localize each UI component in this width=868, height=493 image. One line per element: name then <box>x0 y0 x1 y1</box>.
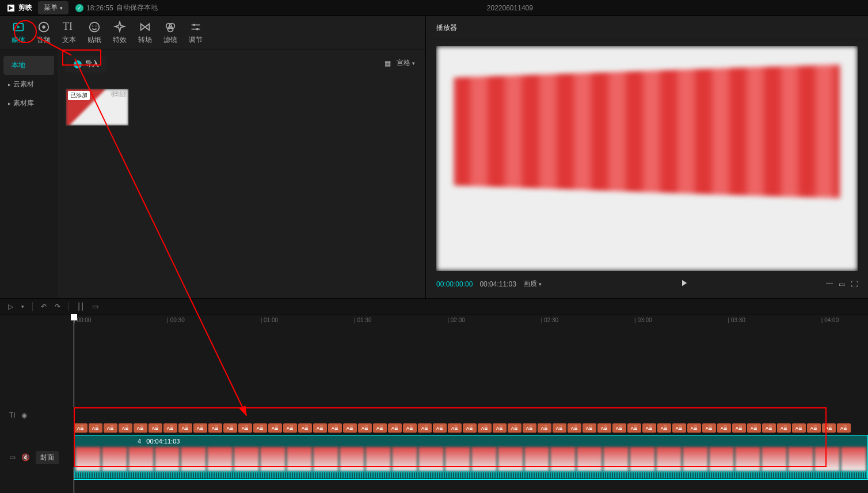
text-marker[interactable]: A≣ <box>433 423 447 433</box>
text-marker[interactable]: A≣ <box>104 423 117 433</box>
text-marker[interactable]: A≣ <box>687 423 701 433</box>
text-marker[interactable]: A≣ <box>837 423 851 433</box>
text-marker[interactable]: A≣ <box>583 423 596 433</box>
autosave-label: 自动保存本地 <box>116 3 158 13</box>
visibility-icon[interactable]: ◉ <box>21 411 27 419</box>
text-marker[interactable]: A≣ <box>762 423 776 433</box>
text-marker[interactable]: A≣ <box>702 423 716 433</box>
video-track-icon[interactable]: ▭ <box>9 453 16 461</box>
menu-button[interactable]: 菜单 ▾ <box>38 1 68 14</box>
text-marker[interactable]: A≣ <box>223 423 237 433</box>
tab-trans[interactable]: 转场 <box>138 21 152 49</box>
selection-tool-icon[interactable]: ▷ <box>8 303 13 311</box>
media-item[interactable]: 已添加04:12 <box>66 89 129 126</box>
sidebar-item[interactable]: 本地 <box>3 56 54 75</box>
clip-thumb <box>788 447 813 471</box>
text-marker[interactable]: A≣ <box>672 423 686 433</box>
sidebar-item[interactable]: ▸云素材 <box>0 75 58 94</box>
text-marker[interactable]: A≣ <box>74 423 87 433</box>
layout-switch[interactable]: 宫格 ▾ <box>397 58 415 68</box>
clip-thumb <box>207 447 233 471</box>
player-viewport[interactable] <box>436 46 858 271</box>
waveform-toggle-icon[interactable]: 〰 <box>826 280 833 288</box>
text-marker[interactable]: A≣ <box>717 423 731 433</box>
split-icon[interactable]: ⎮⎮ <box>77 303 84 311</box>
cover-button[interactable]: 封面 <box>36 451 59 464</box>
text-marker[interactable]: A≣ <box>403 423 417 433</box>
tab-filter[interactable]: 滤镜 <box>163 21 177 49</box>
text-marker[interactable]: A≣ <box>193 423 207 433</box>
text-marker[interactable]: A≣ <box>328 423 342 433</box>
text-marker[interactable]: A≣ <box>448 423 462 433</box>
tab-sticker[interactable]: 贴纸 <box>87 21 101 49</box>
text-marker[interactable]: A≣ <box>388 423 402 433</box>
text-marker[interactable]: A≣ <box>149 423 162 433</box>
text-marker[interactable]: A≣ <box>568 423 581 433</box>
text-marker[interactable]: A≣ <box>178 423 192 433</box>
text-marker[interactable]: A≣ <box>418 423 432 433</box>
tab-media[interactable]: 媒体 <box>12 21 25 49</box>
sidebar-item[interactable]: ▸素材库 <box>0 94 58 113</box>
redo-icon[interactable]: ↷ <box>55 303 60 311</box>
quality-selector[interactable]: 画质 ▾ <box>523 279 542 289</box>
text-marker[interactable]: A≣ <box>358 423 372 433</box>
text-marker[interactable]: A≣ <box>627 423 641 433</box>
play-button[interactable] <box>549 278 819 290</box>
tab-label: 文本 <box>62 35 76 45</box>
tab-adjust[interactable]: 调节 <box>189 21 203 49</box>
delete-icon[interactable]: ▭ <box>92 303 98 311</box>
undo-icon[interactable]: ↶ <box>41 303 47 311</box>
text-marker[interactable]: A≣ <box>163 423 177 433</box>
text-marker[interactable]: A≣ <box>268 423 282 433</box>
fullscreen-icon[interactable]: ⛶ <box>851 280 858 288</box>
tab-text[interactable]: TI文本 <box>62 21 76 49</box>
ruler-tick: | 01:30 <box>354 317 371 323</box>
text-marker[interactable]: A≣ <box>657 423 671 433</box>
marker-track[interactable]: A≣A≣A≣A≣A≣A≣A≣A≣A≣A≣A≣A≣A≣A≣A≣A≣A≣A≣A≣A≣… <box>74 423 868 435</box>
text-marker[interactable]: A≣ <box>208 423 222 433</box>
fit-screen-icon[interactable]: ▭ <box>839 280 845 288</box>
text-marker[interactable]: A≣ <box>822 423 836 433</box>
text-marker[interactable]: A≣ <box>493 423 507 433</box>
playhead[interactable] <box>74 315 74 493</box>
text-marker[interactable]: A≣ <box>313 423 327 433</box>
text-marker[interactable]: A≣ <box>283 423 297 433</box>
media-duration: 04:12 <box>112 91 126 97</box>
text-track-icon[interactable]: TI <box>9 411 16 419</box>
text-marker[interactable]: A≣ <box>508 423 521 433</box>
text-marker[interactable]: A≣ <box>553 423 566 433</box>
text-marker[interactable]: A≣ <box>89 423 102 433</box>
text-marker[interactable]: A≣ <box>612 423 626 433</box>
text-marker[interactable]: A≣ <box>373 423 387 433</box>
text-marker[interactable]: A≣ <box>732 423 746 433</box>
text-marker[interactable]: A≣ <box>642 423 656 433</box>
video-clip[interactable]: 4 00:04:11:03 <box>74 435 868 480</box>
text-marker[interactable]: A≣ <box>538 423 551 433</box>
tool-dropdown-icon[interactable]: ▾ <box>21 304 24 309</box>
text-marker[interactable]: A≣ <box>792 423 806 433</box>
tab-effect[interactable]: 特效 <box>113 21 127 49</box>
text-marker[interactable]: A≣ <box>463 423 477 433</box>
clip-thumb <box>128 447 154 471</box>
text-marker[interactable]: A≣ <box>134 423 147 433</box>
clip-thumb <box>102 447 127 471</box>
text-marker[interactable]: A≣ <box>478 423 492 433</box>
clip-thumb <box>630 447 655 471</box>
quality-label: 画质 <box>523 280 537 288</box>
text-marker[interactable]: A≣ <box>119 423 132 433</box>
text-marker[interactable]: A≣ <box>238 423 252 433</box>
text-marker[interactable]: A≣ <box>597 423 611 433</box>
text-marker[interactable]: A≣ <box>343 423 357 433</box>
tab-audio[interactable]: 音频 <box>37 21 51 49</box>
text-marker[interactable]: A≣ <box>747 423 761 433</box>
text-marker[interactable]: A≣ <box>523 423 536 433</box>
text-marker[interactable]: A≣ <box>298 423 312 433</box>
mute-icon[interactable]: 🔇 <box>21 453 30 461</box>
grid-view-icon[interactable]: ▦ <box>384 59 391 67</box>
text-marker[interactable]: A≣ <box>807 423 821 433</box>
text-marker[interactable]: A≣ <box>253 423 267 433</box>
timeline-ruler[interactable]: | 00:00| 00:30| 01:00| 01:30| 02:00| 02:… <box>74 315 868 327</box>
import-button[interactable]: + 导入 <box>66 56 107 72</box>
text-marker[interactable]: A≣ <box>777 423 791 433</box>
clip-thumb <box>260 447 285 471</box>
